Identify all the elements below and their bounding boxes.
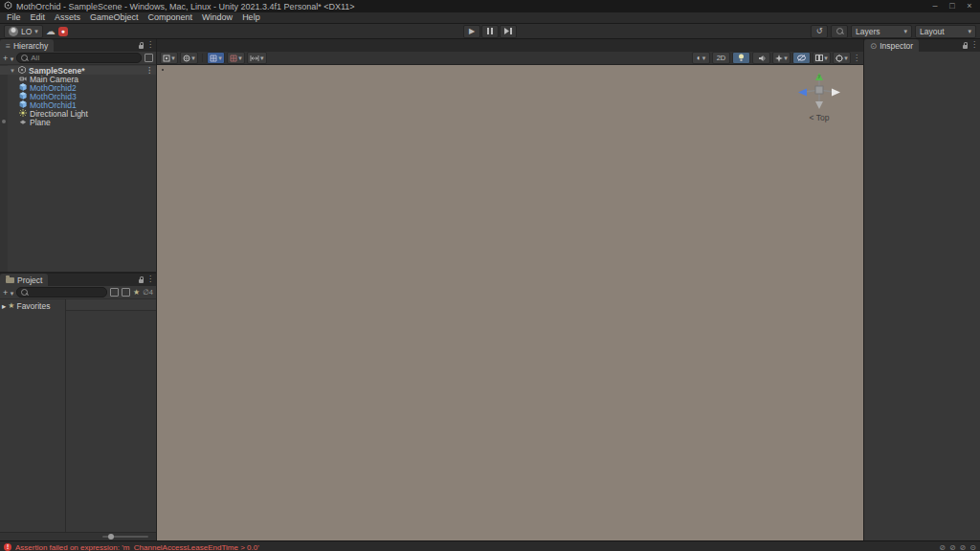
tab-label: Project xyxy=(17,276,42,285)
inspector-icon: ⊙ xyxy=(870,41,877,51)
import-icon[interactable] xyxy=(122,288,130,297)
progress-done-icon[interactable]: ⊙ xyxy=(969,543,976,551)
notifications-off-icon[interactable]: ⊘ xyxy=(949,543,956,551)
minimize-button[interactable]: – xyxy=(928,0,942,12)
scene-toolbar: ▾ ▾ ▾ ▾ ▾ ◐▾ 2D ▾ ▾ ▾ ⋮ xyxy=(157,52,863,65)
collab-icon[interactable]: ● xyxy=(58,27,68,36)
status-bar[interactable]: ! Assertion failed on expression: 'm_Cha… xyxy=(0,540,980,551)
search-button[interactable] xyxy=(831,25,848,38)
auto-refresh-off-icon[interactable]: ⊘ xyxy=(960,543,967,551)
layers-label: Layers xyxy=(856,27,880,36)
close-button[interactable]: × xyxy=(963,0,976,12)
project-favorites[interactable]: ▸★Favorites xyxy=(0,301,65,311)
tab-inspector[interactable]: ⊙ Inspector xyxy=(864,39,919,52)
hierarchy-panel: ≡ Hierarchy ⋮ + ▾ All ▼SampleScene*⋮Main… xyxy=(0,39,156,274)
kebab-menu-icon[interactable]: ⋮ xyxy=(853,55,860,62)
play-button[interactable]: ▶ xyxy=(463,25,480,38)
lock-icon[interactable] xyxy=(963,45,968,49)
menu-file[interactable]: File xyxy=(2,12,26,23)
undo-history-button[interactable]: ↺ xyxy=(811,25,828,38)
plane-icon xyxy=(19,118,27,127)
audio-toggle[interactable] xyxy=(752,52,770,64)
hidden-count-toggle[interactable]: ∅4 xyxy=(143,288,153,297)
account-dropdown[interactable]: LO ▾ xyxy=(4,25,43,38)
unity-logo-icon xyxy=(4,1,12,11)
project-bottom-bar xyxy=(0,532,156,540)
camera-settings-dropdown[interactable]: ▾ xyxy=(833,52,851,64)
project-folder-tree: ▸★Favorites xyxy=(0,299,66,532)
scene-orientation-gizmo[interactable]: y < Top xyxy=(789,71,850,122)
status-error-text: Assertion failed on expression: 'm_Chann… xyxy=(15,543,935,551)
kebab-menu-icon[interactable]: ⋮ xyxy=(146,276,154,283)
pause-button[interactable] xyxy=(481,25,499,38)
chevron-down-icon: ▾ xyxy=(903,28,907,35)
tab-hierarchy[interactable]: ≡ Hierarchy xyxy=(0,39,54,52)
menu-component[interactable]: Component xyxy=(144,12,198,23)
project-file-list xyxy=(66,311,156,532)
menu-edit[interactable]: Edit xyxy=(26,12,51,23)
thumbnail-size-slider[interactable] xyxy=(102,536,148,538)
shading-mode-dropdown[interactable]: ◐▾ xyxy=(692,52,710,64)
add-object-button[interactable]: + ▾ xyxy=(3,54,13,63)
search-icon xyxy=(21,289,28,296)
hierarchy-item-plane[interactable]: Plane xyxy=(0,118,156,126)
status-toggle-icons[interactable]: ⊘ ⊘ ⊘ ⊙ xyxy=(939,543,976,551)
chevron-down-icon: ▾ xyxy=(34,28,38,35)
lock-icon[interactable] xyxy=(139,279,144,283)
favorites-star-icon[interactable]: ★ xyxy=(133,289,140,297)
avatar xyxy=(9,27,18,36)
hierarchy-search-input[interactable]: All xyxy=(16,53,142,63)
scene-viewport[interactable]: y < Top xyxy=(157,65,863,540)
project-toolbar: + ▾ ★ ∅4 xyxy=(0,286,156,299)
search-icon xyxy=(836,28,843,34)
open-asset-icon[interactable] xyxy=(110,288,119,297)
project-panel: Project ⋮ + ▾ ★ ∅4 ▸★Favorites xyxy=(0,274,156,540)
title-bar: MothOrchid - SampleScene - Windows, Mac,… xyxy=(0,0,980,12)
layout-dropdown[interactable]: Layout▾ xyxy=(915,25,976,38)
scene-picker-icon[interactable] xyxy=(145,54,153,62)
layers-dropdown[interactable]: Layers▾ xyxy=(851,25,912,38)
error-icon: ! xyxy=(4,543,11,551)
component-filter-dropdown[interactable]: ▾ xyxy=(813,52,831,64)
create-asset-button[interactable]: + ▾ xyxy=(3,288,13,298)
gizmos-visibility-toggle[interactable] xyxy=(792,52,811,64)
menu-bar: FileEditAssetsGameObjectComponentWindowH… xyxy=(0,12,980,24)
foldout-arrow-icon[interactable]: ▸ xyxy=(2,301,6,311)
menu-assets[interactable]: Assets xyxy=(50,12,85,23)
chevron-down-icon: ▾ xyxy=(968,28,971,35)
kebab-menu-icon[interactable]: ⋮ xyxy=(970,41,978,49)
account-label: LO xyxy=(21,27,32,36)
2d-mode-toggle[interactable]: 2D xyxy=(712,52,730,64)
grid-snap-toggle[interactable]: ▾ xyxy=(207,52,225,64)
window-title: MothOrchid - SampleScene - Windows, Mac,… xyxy=(16,2,924,11)
item-label: Plane xyxy=(30,118,51,127)
foldout-arrow-icon[interactable]: ▼ xyxy=(10,68,15,74)
mute-icon[interactable]: ⊘ xyxy=(939,543,946,551)
step-button[interactable] xyxy=(500,25,517,38)
increment-snap-button[interactable]: ▾ xyxy=(227,52,245,64)
hierarchy-scene-row[interactable]: ▼SampleScene*⋮ xyxy=(0,66,156,75)
lock-icon[interactable] xyxy=(139,45,144,49)
menu-window[interactable]: Window xyxy=(197,12,237,23)
tab-project[interactable]: Project xyxy=(0,274,48,286)
tool-handle-pivot-button[interactable]: ▾ xyxy=(160,52,178,64)
star-icon: ★ xyxy=(8,302,14,310)
breadcrumb[interactable] xyxy=(66,299,156,311)
hierarchy-tree: ▼SampleScene*⋮Main CameraMothOrchid2Moth… xyxy=(0,65,156,272)
snap-settings-button[interactable]: ▾ xyxy=(247,52,267,64)
menu-gameobject[interactable]: GameObject xyxy=(85,12,144,23)
kebab-menu-icon[interactable]: ⋮ xyxy=(145,67,153,75)
unity-editor-window: MothOrchid - SampleScene - Windows, Mac,… xyxy=(0,0,980,551)
cloud-icon[interactable]: ☁ xyxy=(46,26,56,36)
project-search-input[interactable] xyxy=(16,287,107,298)
hierarchy-toolbar: + ▾ All xyxy=(0,52,156,65)
effects-dropdown[interactable]: ▾ xyxy=(772,52,791,64)
visibility-toggle-icon[interactable] xyxy=(2,120,6,123)
scene-lighting-toggle[interactable] xyxy=(732,52,750,64)
search-scope-label: All xyxy=(31,54,39,62)
view-orientation-label[interactable]: < Top xyxy=(789,113,850,122)
maximize-button[interactable]: □ xyxy=(946,0,959,12)
kebab-menu-icon[interactable]: ⋮ xyxy=(146,41,154,49)
tool-handle-rotation-button[interactable]: ▾ xyxy=(180,52,198,64)
menu-help[interactable]: Help xyxy=(237,12,265,23)
